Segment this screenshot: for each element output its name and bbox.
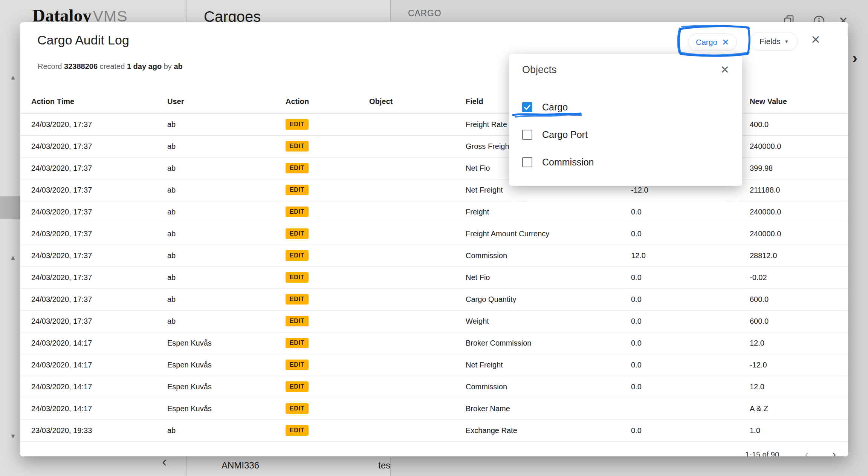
cell-action: EDIT (286, 113, 369, 135)
cell-field: Cargo Quantity (466, 288, 631, 310)
checkbox-icon[interactable] (522, 102, 532, 112)
chevron-down-icon: ▾ (785, 38, 788, 45)
cell-action-time: 24/03/2020, 17:37 (20, 310, 167, 332)
cell-action: EDIT (286, 354, 369, 376)
cell-old-value: 12.0 (631, 245, 750, 266)
cell-action-time: 24/03/2020, 17:37 (20, 157, 167, 179)
cell-object (369, 157, 466, 179)
cell-new-value: 240000.0 (750, 135, 848, 157)
audit-table-row: 24/03/2020, 14:17 Espen Kuvås EDIT Broke… (20, 332, 848, 354)
audit-table-row: 24/03/2020, 17:37 ab EDIT Cargo Quantity… (20, 288, 848, 310)
cell-object (369, 288, 466, 310)
cell-action-time: 24/03/2020, 17:37 (20, 135, 167, 157)
cell-action: EDIT (286, 332, 369, 354)
cell-action-time: 24/03/2020, 17:37 (20, 266, 167, 288)
cell-user: Espen Kuvås (167, 376, 286, 398)
cell-action: EDIT (286, 310, 369, 332)
cell-field: Broker Name (466, 398, 631, 419)
dialog-close-icon[interactable]: ✕ (811, 33, 821, 47)
cargo-filter-chip[interactable]: Cargo ✕ (688, 34, 737, 51)
cell-field: Net Freight (466, 354, 631, 376)
checkbox-icon[interactable] (522, 130, 532, 140)
cell-old-value: 0.0 (631, 310, 750, 332)
edit-action-badge: EDIT (286, 403, 309, 414)
pagination-next-icon[interactable]: › (832, 447, 836, 456)
audit-table-row: 24/03/2020, 14:17 Espen Kuvås EDIT Commi… (20, 376, 848, 398)
cell-action: EDIT (286, 398, 369, 419)
edit-action-badge: EDIT (286, 338, 309, 348)
cell-object (369, 223, 466, 245)
dialog-title: Cargo Audit Log (37, 33, 129, 47)
cell-field: Weight (466, 310, 631, 332)
cell-object (369, 398, 466, 419)
cell-user: ab (167, 157, 286, 179)
objects-option[interactable]: Cargo (509, 93, 742, 121)
cell-action: EDIT (286, 201, 369, 223)
cell-new-value: 600.0 (750, 310, 848, 332)
cell-action-time: 24/03/2020, 14:17 (20, 376, 167, 398)
cell-new-value: 12.0 (750, 376, 848, 398)
cell-action: EDIT (286, 157, 369, 179)
cell-user: ab (167, 201, 286, 223)
cell-new-value: 400.0 (750, 113, 848, 135)
cell-new-value: A & Z (750, 398, 848, 419)
col-action: Action (286, 90, 369, 113)
cell-old-value: 0.0 (631, 419, 750, 441)
cell-user: ab (167, 419, 286, 441)
cell-object (369, 245, 466, 266)
cell-new-value: 211188.0 (750, 179, 848, 201)
fields-dropdown-button[interactable]: Fields ▾ (750, 32, 798, 51)
cell-new-value: 240000.0 (750, 201, 848, 223)
objects-option[interactable]: Commission (509, 148, 742, 176)
cell-new-value: -12.0 (750, 354, 848, 376)
cell-action-time: 23/03/2020, 19:33 (20, 419, 167, 441)
cell-user: ab (167, 135, 286, 157)
cell-old-value (631, 398, 750, 419)
edit-action-badge: EDIT (286, 272, 309, 283)
cell-field: Net Fio (466, 266, 631, 288)
cell-new-value: 28812.0 (750, 245, 848, 266)
cell-action-time: 24/03/2020, 17:37 (20, 113, 167, 135)
cell-action-time: 24/03/2020, 14:17 (20, 354, 167, 376)
cell-action: EDIT (286, 223, 369, 245)
cell-field: Commission (466, 376, 631, 398)
cell-user: ab (167, 310, 286, 332)
cell-old-value: 0.0 (631, 266, 750, 288)
cell-new-value: 399.98 (750, 157, 848, 179)
chip-label: Cargo (696, 38, 717, 47)
audit-table-row: 24/03/2020, 17:37 ab EDIT Freight 0.0 24… (20, 201, 848, 223)
cell-user: ab (167, 113, 286, 135)
cell-action-time: 24/03/2020, 17:37 (20, 245, 167, 266)
audit-table-row: 24/03/2020, 14:17 Espen Kuvås EDIT Broke… (20, 398, 848, 419)
cell-old-value: 0.0 (631, 288, 750, 310)
cell-object (369, 310, 466, 332)
record-label: Record (38, 62, 62, 70)
cell-user: ab (167, 288, 286, 310)
pagination-prev-icon[interactable]: ‹ (805, 447, 809, 456)
cell-object (369, 135, 466, 157)
popup-title: Objects (522, 64, 557, 76)
audit-table-row: 24/03/2020, 17:37 ab EDIT Freight Amount… (20, 223, 848, 245)
edit-action-badge: EDIT (286, 228, 309, 239)
record-id: 32388206 (64, 62, 98, 70)
edit-action-badge: EDIT (286, 163, 309, 173)
cell-action: EDIT (286, 266, 369, 288)
pagination-range: 1-15 of 90 (745, 450, 779, 456)
chip-remove-icon[interactable]: ✕ (722, 38, 729, 47)
edit-action-badge: EDIT (286, 250, 309, 261)
objects-filter-popup: Objects ✕ Cargo Cargo Port Commission (509, 54, 742, 186)
cell-new-value: -0.02 (750, 266, 848, 288)
cell-field: Freight (466, 201, 631, 223)
cell-old-value: 0.0 (631, 201, 750, 223)
checkbox-icon[interactable] (522, 157, 532, 167)
objects-option[interactable]: Cargo Port (509, 121, 742, 148)
cell-new-value: 1.0 (750, 419, 848, 441)
popup-close-icon[interactable]: ✕ (720, 63, 729, 76)
cell-user: ab (167, 245, 286, 266)
audit-table-row: 24/03/2020, 14:17 Espen Kuvås EDIT Net F… (20, 354, 848, 376)
cell-old-value: 0.0 (631, 376, 750, 398)
cell-object (369, 113, 466, 135)
edit-action-badge: EDIT (286, 425, 309, 436)
audit-table-row: 24/03/2020, 17:37 ab EDIT Weight 0.0 600… (20, 310, 848, 332)
cell-action: EDIT (286, 245, 369, 266)
